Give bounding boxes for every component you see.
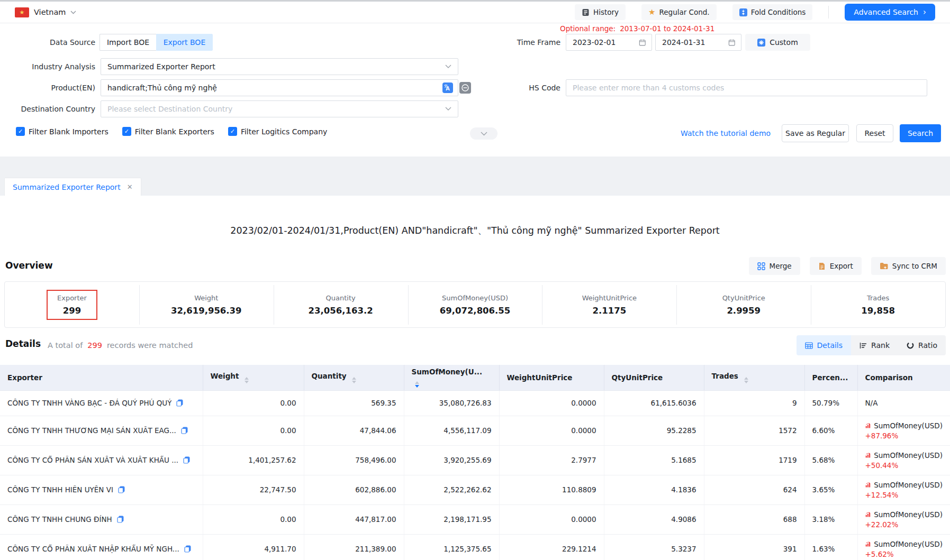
- app-root: ★ Vietnam History ★ Regular Cond. Fold C…: [0, 0, 950, 560]
- filter-checkbox[interactable]: ✓ Filter Logitics Company: [228, 127, 327, 136]
- column-header[interactable]: SumOfMoney(U...: [404, 365, 499, 390]
- translate-icon[interactable]: A: [442, 82, 453, 93]
- weight-cell: 1,401,257.62: [203, 445, 304, 475]
- column-header[interactable]: QtyUnitPrice: [604, 365, 704, 390]
- fold-conditions-button[interactable]: Fold Conditions: [732, 4, 813, 20]
- checkbox-checked-icon[interactable]: ✓: [228, 127, 237, 136]
- tab-summarized-exporter-report[interactable]: Summarized Exporter Report ✕: [4, 178, 141, 196]
- qty-unit-price-cell: 61,615.6036: [604, 390, 704, 416]
- export-button[interactable]: Export: [810, 257, 862, 275]
- date-to-input[interactable]: [662, 38, 728, 47]
- stat-label: WeightUnitPrice: [582, 294, 637, 302]
- destination-country-select[interactable]: Please select Destination Country: [101, 100, 458, 117]
- exporter-name[interactable]: CÔNG TY TNHH THƯƠNG MẠI SẢN XUẤT EAG...: [7, 426, 176, 435]
- checkbox-checked-icon[interactable]: ✓: [16, 127, 25, 136]
- column-header[interactable]: Quantity: [304, 365, 404, 390]
- hs-code-input[interactable]: [566, 80, 927, 96]
- column-header[interactable]: Trades: [704, 365, 804, 390]
- checkbox-checked-icon[interactable]: ✓: [122, 127, 131, 136]
- stat-label: Exporter: [57, 294, 87, 302]
- exact-match-icon[interactable]: [459, 82, 471, 94]
- percent-cell: 3.65%: [804, 475, 857, 504]
- copy-icon[interactable]: [181, 427, 188, 434]
- chevron-down-icon: [70, 11, 76, 14]
- trend-chart-icon: [865, 540, 871, 547]
- column-header[interactable]: Comparison: [857, 365, 950, 390]
- filter-checkbox[interactable]: ✓ Filter Blank Importers: [16, 127, 108, 136]
- sort-icon[interactable]: [352, 377, 356, 383]
- exporter-name[interactable]: CÔNG TY TNHH HIỀN UYÊN VI: [7, 485, 113, 494]
- hs-code-field[interactable]: [566, 79, 927, 96]
- date-to-field[interactable]: [655, 34, 741, 51]
- column-header[interactable]: WeightUnitPrice: [499, 365, 604, 390]
- exporter-name[interactable]: CÔNG TY CỔ PHẦN SẢN XUẤT VÀ XUẤT KHẨU ..…: [7, 456, 178, 464]
- search-button[interactable]: Search: [900, 124, 941, 142]
- sort-icon[interactable]: [415, 381, 419, 388]
- stat-content: Quantity 23,056,163.2: [298, 290, 384, 320]
- view-details-tab[interactable]: Details: [797, 335, 852, 355]
- import-boe-tab[interactable]: Import BOE: [99, 34, 156, 51]
- quantity-cell: 758,496.00: [304, 445, 404, 475]
- topbar-actions: History ★ Regular Cond. Fold Conditions …: [575, 4, 935, 21]
- column-header[interactable]: Percen...: [804, 365, 857, 390]
- merge-button[interactable]: Merge: [749, 257, 800, 275]
- industry-analysis-select[interactable]: Summarized Exporter Report: [101, 58, 458, 75]
- date-from-field[interactable]: [566, 34, 652, 51]
- stat-content: Exporter 299: [47, 290, 97, 320]
- sum-of-money-cell: 1,125,375.65: [404, 534, 499, 560]
- table-row: CÔNG TY CỔ PHẦN XUẤT NHẬP KHẨU MỸ NGH...…: [0, 534, 950, 560]
- view-switcher: Details Rank Ratio: [797, 335, 946, 355]
- history-button[interactable]: History: [575, 4, 626, 20]
- reset-button[interactable]: Reset: [856, 124, 893, 142]
- exporter-name[interactable]: CÔNG TY TNHH CHUNG ĐỈNH: [7, 515, 112, 524]
- regular-cond-button[interactable]: ★ Regular Cond.: [641, 4, 717, 20]
- sort-icon[interactable]: [245, 377, 249, 383]
- overview-stat: SumOfMoney(USD) 69,072,806.55: [408, 290, 542, 320]
- filter-checkbox[interactable]: ✓ Filter Blank Exporters: [122, 127, 214, 136]
- copy-icon[interactable]: [118, 486, 125, 493]
- quantity-cell: 447,817.00: [304, 504, 404, 534]
- exporter-name[interactable]: CÔNG TY TNHH VÀNG BẠC - ĐÁ QUÝ PHÚ QUÝ: [7, 399, 171, 407]
- stat-value: 299: [57, 306, 87, 316]
- trades-cell: 391: [704, 534, 804, 560]
- trend-chart-icon: [865, 452, 871, 458]
- country-selector[interactable]: ★ Vietnam: [15, 7, 76, 17]
- trend-chart-icon: [865, 511, 871, 518]
- view-ratio-tab[interactable]: Ratio: [898, 335, 946, 355]
- exporter-name[interactable]: CÔNG TY CỔ PHẦN XUẤT NHẬP KHẨU MỸ NGH...: [7, 545, 179, 553]
- trades-cell: 624: [704, 475, 804, 504]
- ratio-icon: [907, 342, 914, 349]
- sum-of-money-cell: 35,080,726.83: [404, 390, 499, 416]
- country-name: Vietnam: [34, 8, 66, 16]
- comparison-cell: SumOfMoney(USD) +87.96%: [857, 416, 950, 445]
- view-rank-tab[interactable]: Rank: [851, 335, 898, 355]
- stat-label: SumOfMoney(USD): [440, 294, 511, 302]
- custom-range-button[interactable]: Custom: [745, 34, 810, 51]
- weight-cell: 22,747.50: [203, 475, 304, 504]
- copy-icon[interactable]: [117, 516, 124, 523]
- copy-icon[interactable]: [184, 545, 191, 553]
- close-icon[interactable]: ✕: [127, 183, 133, 191]
- export-boe-tab[interactable]: Export BOE: [156, 34, 213, 51]
- sync-to-crm-button[interactable]: Sync to CRM: [871, 257, 946, 275]
- star-icon: ★: [648, 8, 655, 16]
- stat-content: WeightUnitPrice 2.1175: [572, 290, 647, 320]
- save-as-regular-button[interactable]: Save as Regular: [782, 124, 849, 142]
- weight-unit-price-cell: 110.8809: [499, 475, 604, 504]
- column-header[interactable]: Exporter: [0, 365, 203, 390]
- date-from-input[interactable]: [573, 38, 639, 47]
- weight-cell: 0.00: [203, 416, 304, 445]
- product-en-input[interactable]: [101, 80, 458, 96]
- overview-stat: Weight 32,619,956.39: [139, 290, 274, 320]
- collapse-conditions-button[interactable]: [470, 127, 497, 140]
- exporter-cell: CÔNG TY TNHH CHUNG ĐỈNH: [0, 504, 203, 534]
- copy-icon[interactable]: [183, 456, 190, 464]
- copy-icon[interactable]: [176, 399, 183, 407]
- product-en-field[interactable]: [101, 79, 458, 96]
- tutorial-demo-link[interactable]: Watch the tutorial demo: [681, 129, 771, 137]
- stat-label: QtyUnitPrice: [722, 294, 765, 302]
- advanced-search-button[interactable]: Advanced Search ›: [845, 4, 935, 21]
- sort-icon[interactable]: [744, 377, 748, 383]
- stat-content: SumOfMoney(USD) 69,072,806.55: [429, 290, 521, 320]
- column-header[interactable]: Weight: [203, 365, 304, 390]
